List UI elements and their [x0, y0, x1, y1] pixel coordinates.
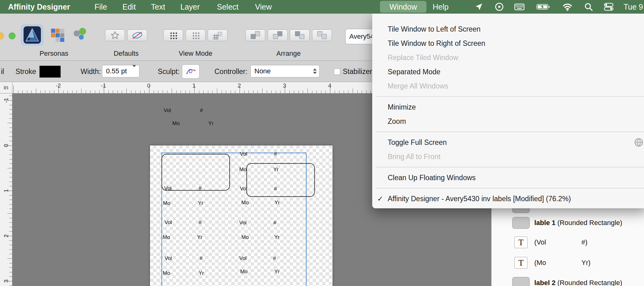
canvas-text-object[interactable]: Vol — [164, 185, 172, 192]
arrange-front-button[interactable] — [245, 29, 265, 41]
arrange-forward-button[interactable] — [268, 29, 288, 41]
menu-item-label: Clean Up Floating Windows — [388, 174, 476, 182]
stroke-color-swatch[interactable] — [39, 66, 61, 78]
controller-value: None — [254, 67, 271, 75]
ruler-unit-label: in — [4, 84, 8, 91]
canvas-text-object[interactable]: Vol — [240, 151, 247, 157]
menu-item[interactable]: Clean Up Floating Windows — [372, 171, 644, 185]
menu-file[interactable]: File — [95, 2, 107, 11]
canvas-text-object[interactable]: Yr — [199, 270, 204, 276]
move-forward-icon — [272, 31, 283, 40]
canvas-text-object[interactable]: Mo — [241, 200, 249, 206]
stepper-arrows-icon[interactable] — [313, 68, 317, 74]
canvas-text-object[interactable]: Yr — [275, 200, 280, 206]
wifi-icon[interactable] — [562, 2, 572, 11]
arrange-back-button[interactable] — [312, 29, 332, 41]
menu-window-active[interactable]: Window — [380, 1, 426, 13]
canvas-text-object[interactable]: # — [200, 107, 203, 114]
canvas-text-object[interactable]: Vol — [239, 255, 247, 262]
canvas-text-object[interactable]: Vol — [165, 255, 172, 262]
menu-item[interactable]: Separated Mode — [372, 65, 644, 79]
menu-item: Merge All Windows — [372, 79, 644, 93]
canvas-text-object[interactable]: Yr — [197, 234, 202, 240]
document-tab[interactable]: Avery54 — [345, 29, 376, 44]
record-icon[interactable] — [495, 2, 504, 11]
controller-dropdown[interactable]: None — [250, 65, 320, 77]
menu-item-label: Replace Tiled Window — [388, 54, 458, 62]
canvas-text-object[interactable]: Mo — [163, 234, 170, 240]
menu-item[interactable]: Tile Window to Right of Screen — [372, 36, 644, 50]
menu-edit[interactable]: Edit — [122, 2, 136, 11]
menu-bar: Affinity Designer Window Help — [0, 0, 644, 14]
menu-item[interactable]: Toggle Full Screen — [372, 135, 644, 150]
canvas-text-object[interactable]: Mo — [239, 167, 247, 173]
stabilizer-checkbox[interactable] — [334, 68, 340, 75]
layer-name-suffix: Yr) — [581, 259, 590, 267]
canvas-text-object[interactable]: Vol — [164, 107, 171, 114]
canvas-text-object[interactable]: Mo — [163, 270, 170, 276]
canvas-text-object[interactable]: # — [273, 255, 276, 262]
canvas-text-object[interactable]: Mo — [163, 200, 170, 206]
menu-help[interactable]: Help — [433, 2, 448, 11]
canvas-text-object[interactable]: # — [199, 219, 201, 226]
zoom-traffic-light[interactable] — [9, 32, 15, 39]
defaults-sync-button[interactable] — [127, 29, 147, 41]
canvas-text-object[interactable]: Yr — [274, 269, 280, 275]
pixel-persona-button[interactable] — [50, 28, 65, 44]
canvas-text-object[interactable]: # — [274, 186, 277, 192]
canvas-text-object[interactable]: Vol — [240, 186, 247, 192]
canvas-text-object[interactable]: # — [274, 151, 277, 157]
designer-persona-button[interactable] — [21, 25, 43, 45]
canvas-text-object[interactable]: Vol — [239, 220, 247, 226]
layer-name: (Mo — [534, 259, 546, 267]
stroke-width-value: 0.55 pt — [106, 67, 127, 75]
move-to-back-icon — [316, 31, 328, 40]
layer-row[interactable]: T(MoYr) — [492, 253, 644, 273]
menu-view[interactable]: View — [255, 2, 272, 11]
view-mode-vector-button[interactable] — [163, 29, 183, 41]
ruler-number: 4 — [328, 82, 332, 89]
menu-layer[interactable]: Layer — [180, 2, 200, 11]
menu-app-name[interactable]: Affinity Designer — [8, 2, 70, 11]
canvas-text-object[interactable]: Yr — [273, 167, 279, 173]
view-mode-split-button[interactable] — [208, 29, 227, 41]
menu-text[interactable]: Text — [151, 2, 165, 11]
menu-item[interactable]: Tile Window to Left of Screen — [372, 22, 644, 36]
rounded-rectangle-2[interactable] — [246, 163, 315, 197]
canvas-text-object[interactable]: # — [200, 255, 202, 262]
menu-item[interactable]: Affinity Designer - Avery5430 inv labels… — [372, 192, 644, 206]
canvas-text-object[interactable]: Mo — [240, 269, 248, 275]
ruler-unit-corner[interactable]: in — [0, 82, 12, 93]
canvas-text-object[interactable]: Yr — [274, 234, 280, 240]
stroke-width-input[interactable]: 0.55 pt — [102, 65, 139, 77]
ruler-number: 0 — [147, 82, 151, 89]
canvas-text-object[interactable]: Vol — [165, 219, 172, 226]
minimize-traffic-light[interactable] — [0, 32, 4, 39]
defaults-revert-button[interactable] — [105, 29, 125, 41]
canvas-text-object[interactable]: Yr — [198, 200, 203, 206]
view-mode-pixel-button[interactable] — [186, 29, 205, 41]
canvas-text-object[interactable]: # — [199, 185, 201, 192]
menu-select[interactable]: Select — [217, 2, 238, 11]
canvas-text-object[interactable]: Yr — [208, 120, 214, 127]
layer-row[interactable]: lable 1 (Rounded Rectangle) — [492, 213, 644, 232]
location-arrow-icon[interactable] — [474, 2, 483, 11]
canvas-text-object[interactable]: Mo — [241, 234, 249, 240]
search-icon[interactable] — [584, 2, 593, 11]
menu-item[interactable]: Zoom — [372, 114, 644, 128]
layer-row[interactable]: label 2 (Rounded Rectangle) — [492, 273, 644, 286]
rounded-rectangle-1[interactable] — [161, 154, 230, 191]
arrange-backward-button[interactable] — [290, 29, 310, 41]
sculpt-button[interactable] — [182, 64, 200, 79]
ruler-number: 2 — [238, 82, 241, 89]
window-menu-dropdown: Tile Window to Left of ScreenTile Window… — [372, 14, 644, 208]
menu-separator — [375, 132, 644, 132]
export-persona-button[interactable] — [72, 27, 87, 42]
canvas-text-object[interactable]: # — [273, 220, 276, 226]
control-center-icon[interactable] — [604, 2, 614, 11]
keyboard-icon[interactable] — [514, 2, 525, 11]
canvas-text-object[interactable]: Mo — [172, 120, 180, 127]
layer-row[interactable]: T(Vol#) — [492, 232, 644, 253]
menubar-clock[interactable]: Tue 9 — [624, 2, 643, 11]
menu-item[interactable]: Minimize — [372, 100, 644, 114]
